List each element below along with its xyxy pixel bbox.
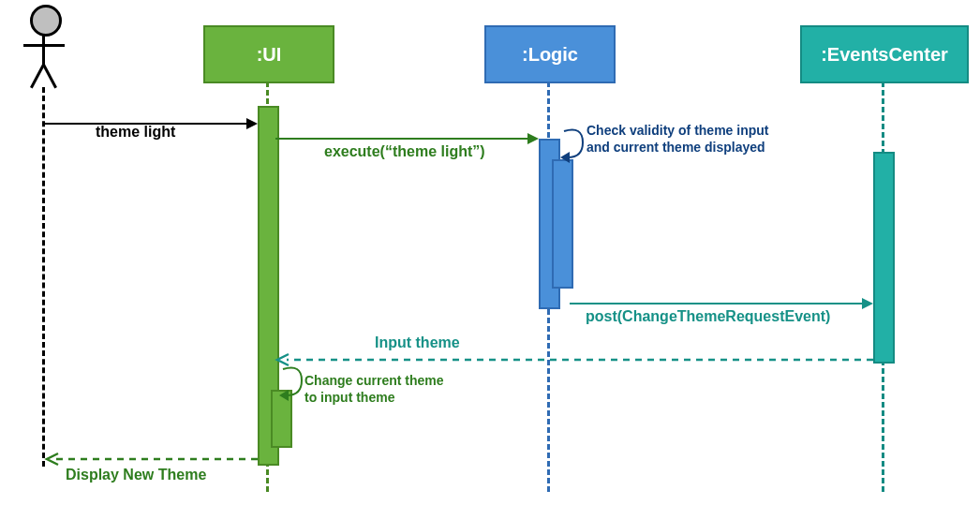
label-input-theme: Input theme <box>375 334 460 351</box>
label-self-validity-l2: and current theme displayed <box>587 140 765 155</box>
participant-events-label: :EventsCenter <box>821 44 948 66</box>
label-display-new: Display New Theme <box>66 467 206 483</box>
sequence-diagram: :UI :Logic :EventsCenter theme light exe… <box>0 0 980 505</box>
participant-ui: :UI <box>203 25 334 83</box>
label-theme-light: theme light <box>96 124 175 141</box>
svg-marker-1 <box>246 118 258 129</box>
participant-logic: :Logic <box>484 25 616 83</box>
arrow-input-theme <box>275 352 873 367</box>
activation-logic-self <box>552 159 573 289</box>
participant-events: :EventsCenter <box>800 25 969 83</box>
label-self-change: Change current theme to input theme <box>304 373 492 406</box>
lifeline-actor <box>42 87 45 467</box>
arrow-display-new <box>45 452 258 467</box>
label-self-change-l1: Change current theme <box>304 373 444 388</box>
svg-marker-3 <box>527 133 539 144</box>
label-self-validity: Check validity of theme input and curren… <box>587 123 830 156</box>
svg-marker-4 <box>560 152 570 163</box>
participant-ui-label: :UI <box>257 44 282 66</box>
svg-marker-8 <box>279 390 289 401</box>
participant-logic-label: :Logic <box>522 44 578 66</box>
activation-events <box>873 152 895 364</box>
label-self-change-l2: to input theme <box>304 390 394 405</box>
actor-figure <box>17 5 73 98</box>
label-post: post(ChangeThemeRequestEvent) <box>586 308 830 325</box>
svg-marker-6 <box>862 298 873 309</box>
label-self-validity-l1: Check validity of theme input <box>587 123 768 138</box>
label-execute: execute(“theme light”) <box>324 143 485 160</box>
